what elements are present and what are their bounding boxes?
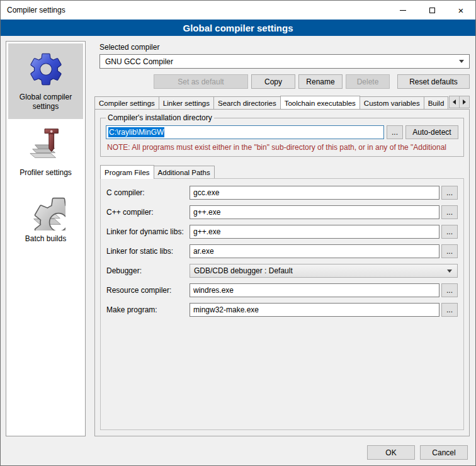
c-compiler-input[interactable]	[190, 186, 439, 200]
tab-compiler-settings[interactable]: Compiler settings	[94, 96, 159, 109]
tab-additional-paths[interactable]: Additional Paths	[154, 166, 215, 178]
minimize-icon	[400, 10, 406, 11]
sidebar-item-label: Profiler settings	[20, 168, 72, 178]
installation-directory-row: C:\raylib\MinGW ... Auto-detect	[106, 125, 458, 139]
linker-static-label: Linker for static libs:	[106, 247, 190, 256]
right-arrow-icon	[463, 99, 466, 105]
reset-defaults-button[interactable]: Reset defaults	[397, 74, 470, 89]
sidebar-item-profiler-settings[interactable]: Profiler settings	[8, 119, 83, 185]
blue-gear-icon	[26, 50, 65, 89]
installation-directory-groupbox: Compiler's installation directory C:\ray…	[100, 113, 464, 157]
install-dir-input[interactable]: C:\raylib\MinGW	[106, 125, 384, 139]
chevron-down-icon	[447, 270, 452, 273]
sidebar-item-batch-builds[interactable]: Batch builds	[8, 185, 83, 251]
title-bar: Compiler settings ×	[1, 1, 475, 20]
linker-static-row: Linker for static libs: ...	[106, 244, 458, 258]
minimize-button[interactable]	[388, 1, 417, 20]
resource-compiler-input[interactable]	[190, 283, 439, 297]
tab-build-options[interactable]: Build	[424, 96, 449, 109]
close-icon: ×	[458, 6, 464, 15]
make-program-row: Make program: ...	[106, 303, 458, 317]
bin-subdirectory-note: NOTE: All programs must exist either in …	[107, 143, 457, 152]
set-as-default-button[interactable]: Set as default	[154, 74, 248, 89]
c-compiler-label: C compiler:	[106, 188, 190, 197]
tab-search-directories[interactable]: Search directories	[213, 96, 281, 109]
left-arrow-icon	[453, 99, 456, 105]
resource-compiler-row: Resource compiler: ...	[106, 283, 458, 297]
window-title: Compiler settings	[1, 6, 65, 14]
c-compiler-row: C compiler: ...	[106, 186, 458, 200]
maximize-button[interactable]	[417, 1, 446, 20]
rename-button[interactable]: Rename	[298, 74, 343, 89]
main-panel: Selected compiler GNU GCC Compiler Set a…	[94, 36, 470, 436]
linker-dynamic-browse-button[interactable]: ...	[441, 225, 458, 239]
install-dir-browse-button[interactable]: ...	[387, 125, 403, 139]
selected-compiler-value: GNU GCC Compiler	[105, 57, 459, 66]
debugger-value: GDB/CDB debugger : Default	[194, 266, 447, 275]
resource-compiler-browse-button[interactable]: ...	[441, 283, 458, 297]
profiler-tool-icon	[26, 125, 65, 164]
settings-tab-strip: Compiler settings Linker settings Search…	[94, 95, 470, 109]
sidebar-item-label: Batch builds	[25, 234, 66, 244]
close-button[interactable]: ×	[446, 1, 475, 20]
selected-compiler-combobox[interactable]: GNU GCC Compiler	[99, 54, 470, 69]
chevron-down-icon	[459, 60, 464, 63]
copy-button[interactable]: Copy	[251, 74, 295, 89]
make-program-label: Make program:	[106, 305, 190, 314]
linker-dynamic-input[interactable]	[190, 225, 439, 239]
tab-scroll-right-button[interactable]	[459, 96, 470, 108]
delete-button[interactable]: Delete	[346, 74, 390, 89]
dialog-banner: Global compiler settings	[1, 20, 475, 36]
linker-dynamic-row: Linker for dynamic libs: ...	[106, 225, 458, 239]
gray-gear-stack-icon	[26, 191, 65, 230]
tab-linker-settings[interactable]: Linker settings	[159, 96, 214, 109]
auto-detect-button[interactable]: Auto-detect	[405, 125, 458, 139]
linker-static-input[interactable]	[190, 244, 439, 258]
settings-sidebar: Global compiler settings Profiler settin…	[6, 41, 86, 436]
tab-custom-variables[interactable]: Custom variables	[360, 96, 424, 109]
cancel-button[interactable]: Cancel	[420, 445, 468, 460]
installation-directory-legend: Compiler's installation directory	[106, 113, 214, 122]
sidebar-item-label: Global compiler settings	[9, 93, 82, 111]
toolchain-executables-page: Compiler's installation directory C:\ray…	[94, 109, 470, 436]
c-compiler-browse-button[interactable]: ...	[441, 186, 458, 200]
debugger-label: Debugger:	[106, 266, 190, 275]
make-program-browse-button[interactable]: ...	[441, 303, 458, 317]
debugger-combobox[interactable]: GDB/CDB debugger : Default	[190, 264, 458, 278]
selected-compiler-label: Selected compiler	[99, 43, 470, 52]
window-controls: ×	[388, 1, 475, 20]
compiler-settings-window: Compiler settings × Global compiler sett…	[0, 0, 476, 466]
maximize-icon	[429, 8, 435, 13]
program-files-page: C compiler: ... C++ compiler: ...	[100, 178, 464, 430]
install-dir-selected-text: C:\raylib\MinGW	[108, 127, 164, 137]
tab-scroll-left-button[interactable]	[449, 96, 460, 108]
sidebar-item-global-compiler-settings[interactable]: Global compiler settings	[8, 43, 83, 119]
tab-scroll-buttons	[450, 96, 470, 108]
debugger-row: Debugger: GDB/CDB debugger : Default	[106, 264, 458, 278]
program-files-tab-strip: Program Files Additional Paths	[100, 164, 464, 178]
resource-compiler-label: Resource compiler:	[106, 286, 190, 295]
cpp-compiler-label: C++ compiler:	[106, 208, 190, 217]
compiler-buttons-row: Set as default Copy Rename Delete Reset …	[99, 74, 470, 89]
linker-dynamic-label: Linker for dynamic libs:	[106, 227, 190, 236]
make-program-input[interactable]	[190, 303, 439, 317]
linker-static-browse-button[interactable]: ...	[441, 244, 458, 258]
cpp-compiler-input[interactable]	[190, 205, 439, 219]
dialog-body: Global compiler settings Profiler settin…	[1, 36, 475, 465]
cpp-compiler-browse-button[interactable]: ...	[441, 205, 458, 219]
tab-program-files[interactable]: Program Files	[100, 165, 154, 179]
ok-button[interactable]: OK	[367, 445, 415, 460]
cpp-compiler-row: C++ compiler: ...	[106, 205, 458, 219]
dialog-footer: OK Cancel	[367, 445, 468, 460]
tab-toolchain-executables[interactable]: Toolchain executables	[280, 96, 360, 109]
